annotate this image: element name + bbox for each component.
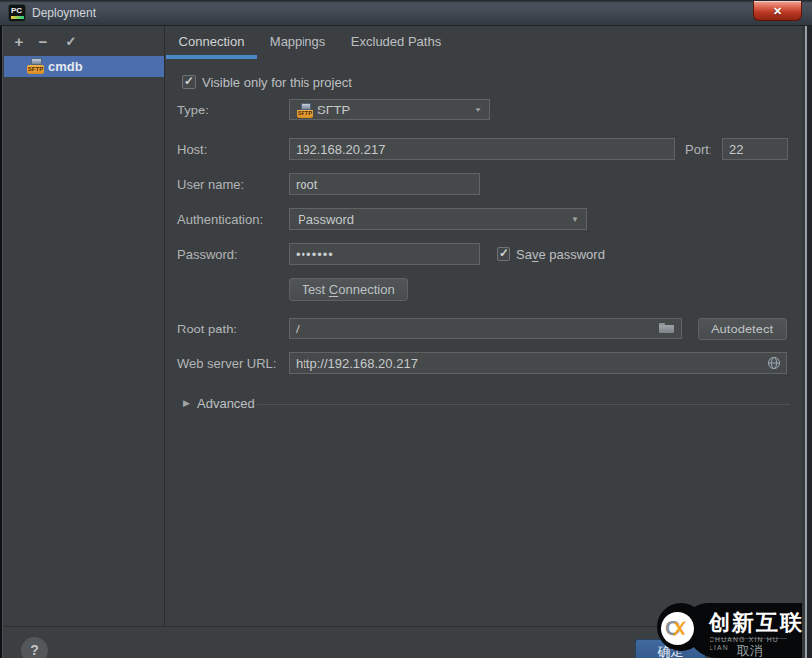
root-path-input[interactable] xyxy=(289,318,682,339)
folder-icon-body xyxy=(659,325,674,333)
port-input[interactable] xyxy=(722,138,788,160)
host-label: Host: xyxy=(177,142,207,157)
test-connection-button[interactable]: Test Connection xyxy=(289,278,408,301)
web-server-url-label: Web server URL: xyxy=(177,356,276,371)
close-button[interactable]: ✕ xyxy=(753,1,802,21)
visible-only-checkbox[interactable]: ✓ xyxy=(182,75,196,89)
pycharm-app-icon-text: PC xyxy=(11,6,22,16)
save-password-label-post: e password xyxy=(538,247,604,262)
close-icon: ✕ xyxy=(773,5,782,17)
watermark-text-cn: 创新互联 xyxy=(709,608,804,638)
sftp-server-icon-badge: SFTP xyxy=(27,65,44,74)
visible-only-label[interactable]: Visible only for this project xyxy=(202,75,352,90)
web-server-url-input[interactable] xyxy=(289,352,787,374)
advanced-expand-icon[interactable]: ▶ xyxy=(183,398,190,408)
type-combobox[interactable]: SFTP SFTP ▼ xyxy=(289,99,490,120)
root-path-field-wrapper xyxy=(289,318,682,339)
pycharm-app-icon-bar xyxy=(11,16,24,19)
use-as-default-check-icon[interactable]: ✓ xyxy=(61,30,81,54)
remove-server-icon[interactable]: − xyxy=(33,30,53,54)
chevron-down-icon: ▼ xyxy=(474,106,482,114)
tab-excluded-paths[interactable]: Excluded Paths xyxy=(338,27,454,59)
panel-divider xyxy=(164,26,165,626)
deployment-dialog: PC Deployment ✕ + − ✓ SFTP cmdb Connecti… xyxy=(0,0,812,658)
type-label: Type: xyxy=(177,103,209,117)
chevron-down-icon: ▼ xyxy=(571,215,579,224)
sftp-type-icon-badge: SFTP xyxy=(297,110,313,118)
cancel-button[interactable]: 取消 xyxy=(713,638,787,658)
window-right-edge xyxy=(802,26,812,658)
sftp-type-icon-top xyxy=(301,103,311,110)
port-label: Port: xyxy=(685,142,711,157)
active-tab-underline xyxy=(166,55,257,59)
root-path-label: Root path: xyxy=(177,322,237,336)
folder-browse-icon[interactable] xyxy=(659,323,674,333)
password-input[interactable] xyxy=(289,243,480,265)
checkbox-check-icon: ✓ xyxy=(499,245,508,261)
advanced-label[interactable]: Advanced xyxy=(197,396,255,411)
password-label: Password: xyxy=(177,247,238,262)
type-value: SFTP xyxy=(317,103,350,117)
sftp-server-icon-top xyxy=(31,58,42,65)
save-password-label[interactable]: Save password xyxy=(516,247,605,262)
tab-mappings[interactable]: Mappings xyxy=(257,27,338,59)
test-connection-label-pre: Test xyxy=(302,282,328,297)
sftp-type-icon: SFTP xyxy=(297,103,313,118)
sftp-server-icon: SFTP xyxy=(27,58,44,74)
watermark-logo-x: X xyxy=(672,617,687,640)
user-name-input[interactable] xyxy=(289,173,480,195)
advanced-separator xyxy=(257,404,790,405)
authentication-label: Authentication: xyxy=(177,212,263,227)
titlebar[interactable]: PC Deployment ✕ xyxy=(0,0,812,26)
server-item-label: cmdb xyxy=(48,59,83,74)
checkbox-check-icon: ✓ xyxy=(184,73,194,89)
test-connection-label-mnemonic: C xyxy=(329,282,338,297)
authentication-value: Password xyxy=(298,212,354,227)
pycharm-app-icon: PC xyxy=(8,4,26,22)
add-server-icon[interactable]: + xyxy=(9,30,29,54)
watermark-logo-circle: C X xyxy=(661,612,694,645)
server-list-item-cmdb[interactable]: SFTP cmdb xyxy=(3,56,164,77)
window-left-edge xyxy=(0,26,4,658)
window-title: Deployment xyxy=(32,6,96,20)
authentication-combobox[interactable]: Password ▼ xyxy=(289,208,587,230)
autodetect-button[interactable]: Autodetect xyxy=(698,318,787,340)
help-button[interactable]: ? xyxy=(21,637,48,658)
save-password-checkbox[interactable]: ✓ xyxy=(497,247,510,261)
server-list-toolbar: + − ✓ xyxy=(3,30,164,56)
server-list-panel: + − ✓ SFTP cmdb xyxy=(3,26,164,626)
test-connection-label-post: onnection xyxy=(338,282,394,297)
host-input[interactable] xyxy=(289,138,675,160)
globe-icon[interactable] xyxy=(767,356,781,370)
web-url-field-wrapper xyxy=(289,352,787,374)
user-name-label: User name: xyxy=(177,177,244,192)
watermark-logo: C X xyxy=(657,603,705,651)
save-password-label-pre: Sa xyxy=(516,247,532,262)
